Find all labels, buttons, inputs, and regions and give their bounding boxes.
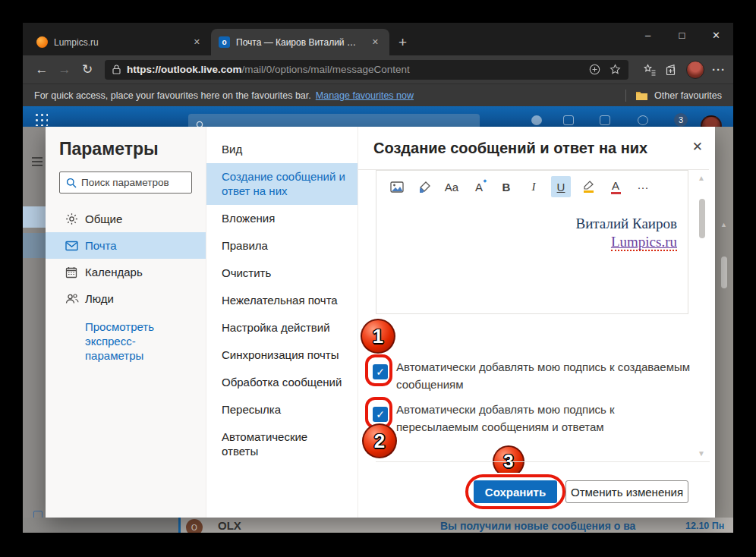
- tab-bar: Lumpics.ru ✕ o Почта — Каиров Виталий — …: [23, 23, 733, 55]
- checkbox-forwarded-messages[interactable]: ✓: [373, 407, 388, 422]
- maximize-button[interactable]: □: [665, 23, 699, 47]
- address-bar[interactable]: https://outlook.live.com/mail/0/options/…: [105, 60, 628, 80]
- manage-favourites-link[interactable]: Manage favourites now: [316, 90, 414, 101]
- nav-item-people[interactable]: Люди: [46, 285, 206, 312]
- bold-icon[interactable]: B: [496, 176, 516, 197]
- settings-search-input[interactable]: [81, 177, 176, 188]
- nav-label: Календарь: [85, 266, 143, 278]
- settings-nav: Общие Почта Календарь Люди: [46, 206, 206, 312]
- font-icon[interactable]: Aa: [442, 176, 461, 197]
- window-controls: – □ ✕: [631, 23, 733, 47]
- cancel-button[interactable]: Отменить изменения: [565, 480, 688, 503]
- subnav-item[interactable]: Пересылка: [206, 396, 358, 423]
- tab-outlook[interactable]: o Почта — Каиров Виталий — Ou ✕: [211, 29, 389, 55]
- calendar-header-icon[interactable]: [563, 115, 574, 125]
- subnav-item[interactable]: Автоматические ответы: [206, 423, 358, 465]
- forward-icon[interactable]: →: [53, 62, 76, 77]
- subnav-item[interactable]: Нежелательная почта: [206, 287, 358, 314]
- highlight-icon[interactable]: [578, 176, 598, 197]
- editor-toolbar: Aa A◆ B I U A ···: [387, 176, 653, 197]
- outlook-favicon: o: [219, 36, 230, 48]
- tab-close-icon[interactable]: ✕: [191, 36, 203, 49]
- italic-icon[interactable]: I: [524, 176, 543, 197]
- favourites-hint-text: For quick access, place your favourites …: [34, 90, 311, 101]
- close-button[interactable]: ✕: [699, 23, 733, 47]
- scroll-up-icon[interactable]: ▲: [698, 174, 705, 182]
- settings-subnav-column: Вид Создание сообщений и ответ на них Вл…: [206, 127, 358, 518]
- nav-label: Общие: [85, 212, 122, 225]
- subnav-item[interactable]: Вид: [206, 136, 358, 163]
- tab-title: Lumpics.ru: [54, 37, 184, 48]
- favourites-bar: For quick access, place your favourites …: [23, 83, 733, 106]
- settings-search-box[interactable]: [59, 172, 192, 194]
- folder-icon: [635, 90, 648, 101]
- dimmed-folder-row: [23, 233, 46, 258]
- close-icon[interactable]: ✕: [692, 139, 703, 155]
- mail-subject: Вы получили новые сообщения о ва: [440, 520, 635, 532]
- signature-link[interactable]: Lumpics.ru: [611, 234, 677, 251]
- reload-icon[interactable]: ↻: [76, 61, 99, 77]
- teams-icon[interactable]: [531, 115, 542, 125]
- gift-icon[interactable]: [600, 115, 610, 125]
- dimmed-left-rail: [23, 127, 46, 533]
- signature-content[interactable]: Виталий Каиров Lumpics.ru: [575, 215, 677, 251]
- url-host: https://outlook.live.com: [127, 64, 242, 75]
- lumpics-favicon: [36, 36, 48, 48]
- checkbox-label-new-messages: Автоматически добавлять мою подпись к со…: [396, 358, 694, 393]
- profile-avatar[interactable]: [686, 61, 704, 79]
- add-circle-icon[interactable]: [589, 64, 600, 75]
- subnav-item[interactable]: Синхронизация почты: [206, 341, 358, 369]
- settings-title: Параметры: [59, 139, 206, 159]
- add-favorite-star-icon[interactable]: [610, 64, 621, 75]
- minimize-button[interactable]: –: [631, 23, 665, 47]
- checkbox-label-forwarded-messages: Автоматически добавлять мою подпись к пе…: [396, 401, 694, 436]
- bell-icon[interactable]: [638, 115, 648, 125]
- screenshot-root: Lumpics.ru ✕ o Почта — Каиров Виталий — …: [0, 0, 756, 557]
- tab-lumpics[interactable]: Lumpics.ru ✕: [29, 29, 211, 55]
- font-color-icon[interactable]: A: [606, 176, 625, 197]
- signature-name: Виталий Каиров: [575, 215, 677, 233]
- underline-icon[interactable]: U: [551, 176, 571, 197]
- menu-icon[interactable]: ···: [712, 63, 726, 76]
- tab-close-icon[interactable]: ✕: [369, 36, 382, 49]
- scrollbar-thumb[interactable]: [699, 199, 705, 238]
- subnav-item[interactable]: Обработка сообщений: [206, 369, 358, 396]
- checkbox-new-messages[interactable]: ✓: [373, 364, 388, 379]
- other-favourites-label[interactable]: Other favourites: [654, 90, 722, 101]
- subnav-item-selected[interactable]: Создание сообщений и ответ на них: [206, 163, 358, 205]
- gear-icon: [65, 212, 85, 225]
- app-launcher-icon[interactable]: [34, 112, 48, 126]
- annotation-step-2: 2: [362, 423, 397, 458]
- scrollbar-thumb: [721, 256, 727, 288]
- signature-editor[interactable]: Aa A◆ B I U A ··· Виталий Каиров Lumpics…: [376, 170, 688, 314]
- nav-item-general[interactable]: Общие: [46, 206, 206, 232]
- hamburger-icon: [32, 157, 43, 168]
- scroll-down-icon[interactable]: ▼: [698, 449, 705, 458]
- lock-icon: [112, 65, 121, 74]
- insert-image-icon[interactable]: [387, 176, 407, 197]
- format-painter-icon[interactable]: [414, 176, 434, 197]
- collections-icon[interactable]: [665, 64, 677, 76]
- dimmed-mail-row: O OLX Вы получили новые сообщения о ва 1…: [23, 518, 733, 533]
- quick-settings-link[interactable]: Просмотреть экспресс-параметры: [85, 319, 170, 363]
- subnav-item[interactable]: Очистить: [206, 260, 358, 287]
- annotation-step-1: 1: [361, 319, 395, 354]
- outlook-search-box[interactable]: [188, 114, 480, 127]
- calendar-icon: [65, 266, 85, 278]
- subnav-item[interactable]: Настройка действий: [206, 314, 358, 341]
- annotation-ring-1: ✓: [365, 354, 392, 386]
- nav-item-mail[interactable]: Почта: [46, 232, 206, 259]
- new-tab-button[interactable]: +: [389, 34, 416, 55]
- nav-label: Почта: [85, 239, 117, 252]
- url-path: /mail/0/options/mail/messageContent: [242, 64, 410, 75]
- font-size-icon[interactable]: A◆: [469, 176, 489, 197]
- dimmed-selected-folder: [23, 206, 46, 228]
- subnav-item[interactable]: Вложения: [206, 205, 358, 232]
- back-icon[interactable]: ←: [30, 62, 53, 77]
- save-button[interactable]: Сохранить: [474, 480, 557, 503]
- nav-item-calendar[interactable]: Календарь: [46, 259, 206, 285]
- favorites-bar-icon[interactable]: [644, 64, 656, 76]
- tab-title: Почта — Каиров Виталий — Ou: [236, 37, 363, 48]
- subnav-item[interactable]: Правила: [206, 232, 358, 260]
- more-formatting-icon[interactable]: ···: [633, 176, 653, 197]
